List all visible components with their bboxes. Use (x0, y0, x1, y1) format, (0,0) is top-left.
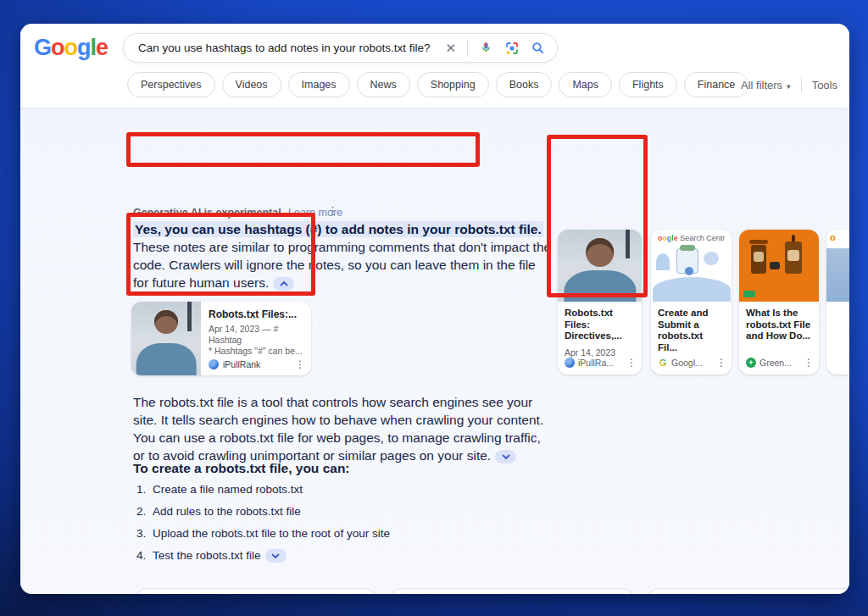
list-item: Add rules to the robots.txt file (149, 505, 539, 518)
followup-suggestions: What all can we include in a robots.txt … (134, 588, 849, 594)
ipullrank-favicon (209, 359, 219, 369)
filters-area: All filters▾ Tools (741, 77, 837, 92)
voice-search-icon[interactable] (479, 41, 493, 55)
carousel-card-greengeeks[interactable]: What Is the robots.txt File and How Do..… (739, 230, 819, 375)
more-options-icon[interactable]: ⋮ (801, 357, 816, 369)
all-filters-button[interactable]: All filters▾ (741, 79, 791, 92)
expand-button[interactable] (265, 549, 287, 563)
followup-chip[interactable]: What is the right format for a robots.tx… (389, 588, 635, 594)
ai-answer-text: Yes, you can use hashtags (#) to add not… (133, 220, 554, 291)
card-source: Green... (760, 358, 792, 368)
steps-heading: To create a robots.txt file, you can: (133, 461, 350, 476)
google-logo[interactable]: Google (34, 35, 108, 61)
chevron-down-icon: ▾ (787, 82, 791, 91)
tab-perspectives[interactable]: Perspectives (127, 72, 215, 97)
tab-finance[interactable]: Finance (684, 72, 748, 97)
answer-rest: These notes are similar to programming c… (133, 240, 551, 290)
carousel-card-partial[interactable]: o (826, 230, 849, 375)
search-tabs: Perspectives Videos Images News Shopping… (127, 72, 748, 97)
tab-images[interactable]: Images (288, 72, 350, 97)
more-options-icon[interactable]: ⋮ (327, 204, 338, 217)
card-thumbnail: o (826, 230, 849, 302)
google-favicon: G (658, 358, 668, 368)
sge-section: Generative AI is experimental. Learn mor… (20, 108, 849, 594)
list-item: Test the robots.txt file (149, 549, 539, 563)
desktop-background: Google ✕ Perspec (0, 0, 868, 616)
followup-chip[interactable]: What all can we include in a robots.txt … (134, 588, 377, 594)
card-title: Robots.txt Files: Directives,... (558, 302, 642, 342)
divider (467, 40, 468, 57)
tab-videos[interactable]: Videos (222, 72, 281, 97)
followup-chip[interactable]: Will a robots.txt file direct search eng… (647, 588, 849, 594)
tab-news[interactable]: News (357, 72, 410, 97)
more-options-icon[interactable]: ⋮ (624, 357, 639, 369)
citation-card[interactable]: Robots.txt Files:... Apr 14, 2023 — # Ha… (131, 302, 311, 375)
expand-button[interactable] (495, 450, 516, 463)
card-source: Googl... (671, 358, 703, 368)
citation-title: Robots.txt Files:... (209, 308, 306, 320)
card-source: iPullRa... (578, 358, 614, 368)
clear-icon[interactable]: ✕ (445, 41, 456, 56)
search-icon[interactable] (531, 41, 545, 55)
citation-source: iPullRank (223, 359, 260, 369)
greengeeks-favicon: + (746, 358, 756, 368)
collapse-button[interactable] (273, 277, 294, 291)
more-options-icon[interactable]: ⋮ (714, 357, 729, 369)
ai-body-text: The robots.txt file is a tool that contr… (133, 393, 554, 464)
citation-thumbnail (131, 302, 201, 375)
generative-ai-disclaimer: Generative AI is experimental. Learn mor… (133, 207, 342, 219)
ipullrank-favicon (565, 358, 575, 368)
card-title: Create and Submit a robots.txt Fil... (651, 302, 732, 353)
search-input[interactable] (124, 42, 445, 54)
tab-shopping[interactable]: Shopping (417, 72, 489, 97)
card-date: Apr 14, 2023 (558, 342, 642, 358)
card-title: What Is the robots.txt File and How Do..… (739, 302, 819, 342)
greengeeks-logo (743, 291, 755, 297)
tab-books[interactable]: Books (496, 72, 553, 97)
google-lens-icon[interactable] (504, 41, 520, 56)
steps-list: Create a file named robots.txt Add rules… (149, 483, 539, 572)
carousel-card-google[interactable]: oogle Search Centr Create and Submit a r… (651, 230, 732, 375)
answer-highlighted-sentence: Yes, you can use hashtags (#) to add not… (133, 221, 543, 237)
search-bar[interactable]: ✕ (123, 33, 558, 63)
tab-flights[interactable]: Flights (619, 72, 677, 97)
carousel-card-ipullrank[interactable]: Robots.txt Files: Directives,... Apr 14,… (558, 230, 642, 375)
google-search-page: Google ✕ Perspec (20, 24, 849, 594)
card-thumbnail (558, 230, 642, 302)
search-header: Google ✕ Perspec (20, 24, 849, 108)
list-item: Upload the robots.txt file to the root o… (149, 527, 539, 540)
card-thumbnail (739, 230, 819, 302)
tab-maps[interactable]: Maps (559, 72, 612, 97)
tools-button[interactable]: Tools (812, 79, 837, 92)
list-item: Create a file named robots.txt (149, 483, 539, 496)
more-options-icon[interactable]: ⋮ (292, 358, 308, 370)
divider (801, 77, 802, 92)
citation-snippet: Apr 14, 2023 — # Hashtag* Hashtags "#" c… (209, 324, 306, 357)
card-thumbnail: oogle Search Centr (651, 230, 732, 302)
